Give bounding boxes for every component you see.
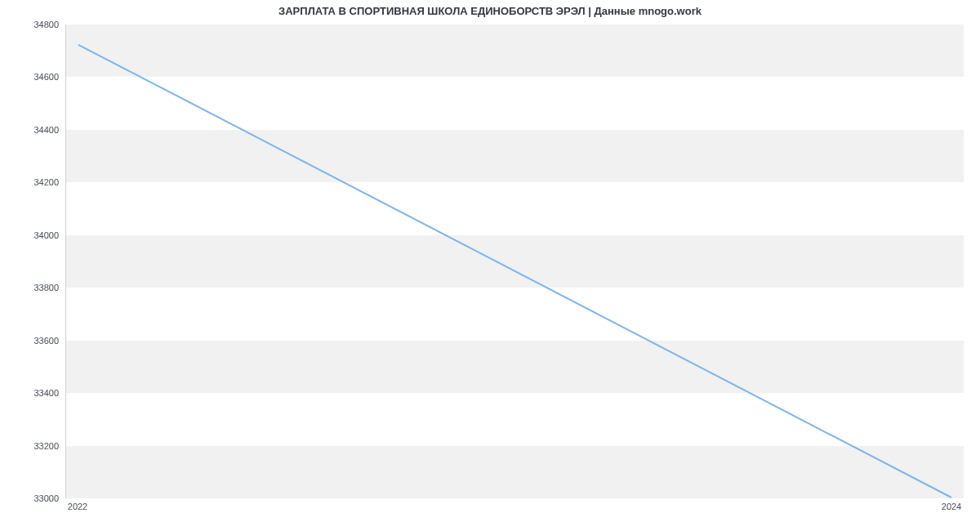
- y-tick-label: 33000: [10, 493, 59, 503]
- y-tick-label: 34400: [10, 125, 59, 135]
- x-tick-label: 2022: [68, 502, 87, 511]
- chart-title: ЗАРПЛАТА В СПОРТИВНАЯ ШКОЛА ЕДИНОБОРСТВ …: [0, 5, 980, 17]
- y-tick-label: 34800: [10, 20, 59, 29]
- y-tick-label: 34000: [10, 230, 59, 240]
- y-tick-label: 33600: [10, 336, 59, 346]
- y-tick-label: 33400: [10, 388, 59, 398]
- y-tick-label: 33800: [10, 283, 59, 292]
- plot-area: [65, 25, 964, 498]
- y-tick-label: 34200: [10, 177, 59, 187]
- salary-line-chart: ЗАРПЛАТА В СПОРТИВНАЯ ШКОЛА ЕДИНОБОРСТВ …: [0, 0, 980, 531]
- line-layer: [66, 25, 964, 498]
- x-tick-label: 2024: [942, 502, 961, 511]
- y-tick-label: 34600: [10, 72, 59, 82]
- series-line: [78, 45, 951, 498]
- y-tick-label: 33200: [10, 441, 59, 451]
